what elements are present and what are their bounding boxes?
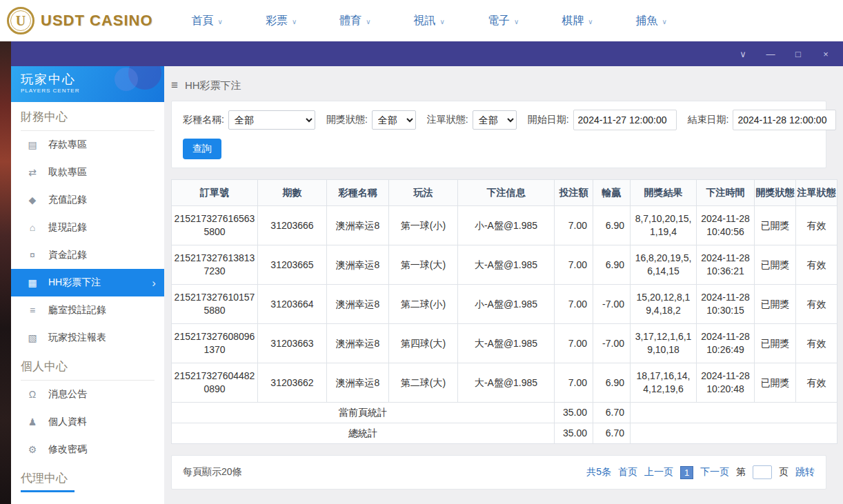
nav-sports[interactable]: 體育 ∨	[339, 14, 370, 28]
bell-icon: Ω	[26, 389, 39, 400]
chevron-right-icon: ›	[152, 277, 156, 289]
col-header-order-status: 注單狀態	[796, 180, 837, 206]
jump-link[interactable]: 跳转	[795, 466, 815, 478]
cell-period: 31203662	[258, 363, 327, 403]
cell-order-status: 有效	[796, 285, 837, 324]
nav-board-games[interactable]: 棋牌 ∨	[562, 14, 593, 28]
main-content: ≡ HH彩票下注 彩種名稱: 全部 開獎狀態: 全部	[164, 66, 843, 504]
cell-period: 31203663	[258, 324, 327, 363]
user-icon: ♟	[26, 416, 39, 427]
collapse-icon[interactable]: ∨	[738, 50, 748, 59]
filter-order-status: 注單狀態: 全部	[427, 110, 517, 130]
grand-summary-bet-total: 35.00	[555, 423, 593, 444]
nav-lottery[interactable]: 彩票 ∨	[266, 14, 297, 28]
order-status-select[interactable]: 全部	[473, 110, 517, 130]
prev-page-link[interactable]: 上一页	[644, 466, 673, 478]
page-title: HH彩票下注	[185, 79, 241, 92]
cell-win-loss: -7.00	[593, 285, 631, 324]
table-row: 2152173276165635800 31203666 澳洲幸运8 第一球(小…	[172, 206, 837, 245]
chevron-down-icon: ∨	[218, 16, 223, 26]
deposit-icon: ▤	[26, 139, 39, 150]
page-summary-row: 當前頁統計 35.00 6.70	[172, 403, 837, 423]
logo[interactable]: U USDT CASINO	[7, 7, 153, 34]
cell-win-loss: 6.90	[593, 206, 631, 245]
logo-text: USDT CASINO	[41, 12, 153, 30]
cell-play-type: 第一球(小)	[389, 206, 458, 245]
sidebar-item-label: 充值記錄	[48, 194, 87, 206]
sidebar-item-withdrawal-records[interactable]: ⌂ 提現記錄	[11, 214, 164, 241]
chevron-down-icon: ∨	[292, 16, 297, 26]
cell-play-type: 第一球(大)	[389, 245, 458, 285]
sidebar-item-player-bet-report[interactable]: ▧ 玩家投注報表	[11, 324, 164, 352]
col-header-draw-status: 開獎狀態	[755, 180, 796, 206]
nav-fishing[interactable]: 捕魚 ∨	[636, 14, 667, 28]
sidebar-item-profile[interactable]: ♟ 個人資料	[11, 408, 164, 436]
end-date-input[interactable]	[733, 110, 836, 130]
sidebar-item-deposit[interactable]: ▤ 存款專區	[11, 131, 164, 159]
room-records-icon: ≡	[26, 305, 39, 316]
main-nav: 首頁 ∨ 彩票 ∨ 體育 ∨ 視訊 ∨ 電子 ∨ 棋牌 ∨ 捕魚 ∨	[192, 14, 667, 28]
sidebar-item-funds-records[interactable]: ¤ 資金記錄	[11, 241, 164, 269]
sidebar-item-room-bet-records[interactable]: ≡ 廳室投註記錄	[11, 296, 164, 324]
lottery-name-select[interactable]: 全部	[228, 110, 315, 130]
draw-status-select[interactable]: 全部	[372, 110, 416, 130]
report-icon: ▧	[26, 332, 39, 343]
sidebar-title: 玩家中心	[21, 71, 164, 88]
nav-video[interactable]: 視訊 ∨	[414, 14, 445, 28]
page-summary-empty	[631, 403, 837, 423]
first-page-link[interactable]: 首页	[618, 466, 637, 478]
nav-sports-label: 體育	[339, 14, 361, 28]
cell-lottery-name: 澳洲幸运8	[327, 245, 389, 285]
grand-summary-label: 總統計	[172, 423, 555, 444]
cell-draw-result: 3,17,12,1,6,19,10,18	[631, 324, 697, 363]
sidebar-item-label: 玩家投注報表	[48, 332, 106, 344]
sidebar-item-label: 資金記錄	[48, 249, 87, 261]
chevron-down-icon: ∨	[588, 16, 593, 26]
cell-draw-status: 已開獎	[755, 206, 796, 245]
cell-bet-time: 2024-11-28 10:36:21	[697, 245, 755, 285]
cell-draw-result: 15,20,12,8,19,4,18,2	[631, 285, 697, 324]
cell-bet-amount: 7.00	[555, 206, 593, 245]
sidebar-item-hh-lottery-bets[interactable]: ▦ HH彩票下注 ›	[11, 269, 164, 296]
nav-slots[interactable]: 電子 ∨	[488, 14, 519, 28]
cell-order-no: 2152173276080961370	[172, 324, 258, 363]
cell-bet-info: 大-A盤@1.985	[458, 324, 555, 363]
current-page-badge[interactable]: 1	[680, 466, 693, 479]
withdrawal-records-icon: ⌂	[26, 222, 39, 233]
cell-order-status: 有效	[796, 324, 837, 363]
sidebar: 玩家中心 PLAYERS CENTER 財務中心 ▤ 存款專區 ⇄ 取款專區 ◆…	[11, 66, 164, 504]
maximize-icon[interactable]: □	[793, 50, 803, 59]
cell-period: 31203664	[258, 285, 327, 324]
cell-draw-status: 已開獎	[755, 324, 796, 363]
page-size-text: 每頁顯示20條	[183, 466, 242, 478]
hamburger-menu-icon[interactable]: ≡	[171, 79, 178, 92]
page-input-suffix: 页	[779, 466, 789, 478]
nav-board-games-label: 棋牌	[562, 14, 584, 28]
page-number-input[interactable]	[753, 465, 772, 479]
cell-bet-amount: 7.00	[555, 285, 593, 324]
pager: 共5条 首页 上一页 1 下一页 第 页 跳转	[586, 465, 815, 479]
filter-start-date: 開始日期:	[528, 110, 677, 130]
minimize-icon[interactable]: —	[766, 50, 775, 59]
sidebar-item-change-password[interactable]: ⚙ 修改密碼	[11, 436, 164, 463]
cell-win-loss: 6.90	[593, 363, 631, 403]
filter-row: 彩種名稱: 全部 開獎狀態: 全部 注單狀態: 全	[183, 110, 815, 130]
sidebar-item-withdraw[interactable]: ⇄ 取款專區	[11, 159, 164, 186]
sidebar-item-recharge-records[interactable]: ◆ 充值記錄	[11, 186, 164, 214]
filter-draw-status: 開獎狀態: 全部	[326, 110, 416, 130]
cell-lottery-name: 澳洲幸运8	[327, 206, 389, 245]
sidebar-item-announcements[interactable]: Ω 消息公告	[11, 381, 164, 408]
next-page-link[interactable]: 下一页	[700, 466, 729, 478]
col-header-order-no: 訂單號	[172, 180, 258, 206]
start-date-input[interactable]	[573, 110, 677, 130]
filter-panel: 彩種名稱: 全部 開獎狀態: 全部 注單狀態: 全	[171, 101, 826, 168]
section-title-finance: 財務中心	[21, 109, 155, 131]
cell-order-status: 有效	[796, 363, 837, 403]
table-row: 2152173276138137230 31203665 澳洲幸运8 第一球(大…	[172, 245, 837, 285]
grand-summary-empty	[631, 423, 837, 444]
cell-bet-info: 大-A盤@1.985	[458, 245, 555, 285]
search-button[interactable]: 查詢	[183, 139, 221, 159]
cell-win-loss: 6.90	[593, 245, 631, 285]
close-icon[interactable]: ×	[821, 50, 831, 59]
nav-home[interactable]: 首頁 ∨	[192, 14, 223, 28]
